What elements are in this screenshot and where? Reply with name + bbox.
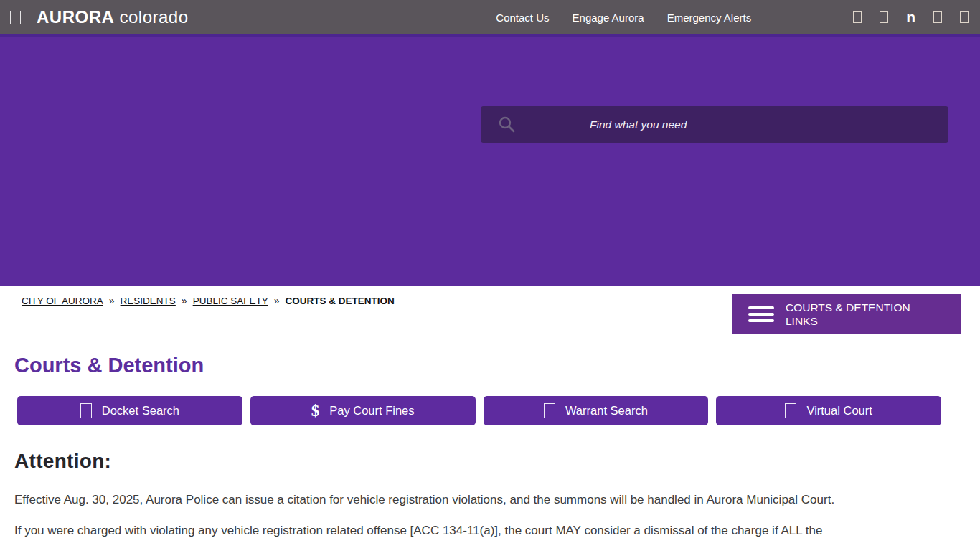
facebook-icon[interactable] <box>853 11 862 23</box>
youtube-icon[interactable] <box>960 11 969 23</box>
warrant-search-button[interactable]: Warrant Search <box>484 396 709 425</box>
links-button-label: COURTS & DETENTION LINKS <box>786 301 929 328</box>
search-input[interactable] <box>481 106 948 143</box>
breadcrumb-separator: » <box>182 295 187 306</box>
quick-action-buttons: Docket Search $ Pay Court Fines Warrant … <box>17 396 963 425</box>
nav-contact-us[interactable]: Contact Us <box>496 11 549 24</box>
nextdoor-icon[interactable]: n <box>906 11 915 23</box>
attention-heading: Attention: <box>14 450 966 473</box>
breadcrumb-current-page: COURTS & DETENTION <box>285 296 394 306</box>
search-icon <box>498 116 515 133</box>
attention-paragraph-2: If you were charged with violating any v… <box>14 524 966 537</box>
warrant-search-label: Warrant Search <box>565 404 648 418</box>
breadcrumb-residents[interactable]: RESIDENTS <box>121 296 176 306</box>
logo-colorado-text: colorado <box>120 7 189 27</box>
courts-detention-links-button[interactable]: COURTS & DETENTION LINKS <box>732 294 961 334</box>
top-navigation: Contact Us Engage Aurora Emergency Alert… <box>496 11 751 24</box>
pay-court-fines-label: Pay Court Fines <box>329 404 414 418</box>
twitter-icon[interactable] <box>880 11 888 23</box>
warrant-search-icon <box>544 403 555 418</box>
top-header-bar: AURORA colorado Contact Us Engage Aurora… <box>0 0 980 34</box>
virtual-court-icon <box>785 403 796 418</box>
hamburger-icon <box>748 303 774 326</box>
hero-banner <box>0 34 980 286</box>
attention-body: Effective Aug. 30, 2025, Aurora Police c… <box>14 493 966 537</box>
nav-engage-aurora[interactable]: Engage Aurora <box>573 11 644 24</box>
breadcrumb-city-of-aurora[interactable]: CITY OF AURORA <box>22 296 103 306</box>
main-content: CITY OF AURORA » RESIDENTS » PUBLIC SAFE… <box>0 286 980 537</box>
site-search-bar[interactable] <box>481 106 948 143</box>
docket-search-label: Docket Search <box>102 404 179 418</box>
dollar-icon: $ <box>311 403 320 418</box>
logo-aurora-text: AURORA <box>37 7 114 27</box>
virtual-court-button[interactable]: Virtual Court <box>716 396 941 425</box>
instagram-icon[interactable] <box>933 11 942 23</box>
page-title: Courts & Detention <box>14 354 966 377</box>
virtual-court-label: Virtual Court <box>806 404 872 418</box>
breadcrumb-separator: » <box>109 295 115 306</box>
social-icons: n <box>853 11 969 23</box>
docket-search-button[interactable]: Docket Search <box>17 396 242 425</box>
attention-paragraph-1: Effective Aug. 30, 2025, Aurora Police c… <box>14 493 966 507</box>
nav-emergency-alerts[interactable]: Emergency Alerts <box>667 11 752 24</box>
breadcrumb-separator: » <box>274 295 280 306</box>
site-logo[interactable]: AURORA colorado <box>37 7 189 27</box>
breadcrumb-public-safety[interactable]: PUBLIC SAFETY <box>193 296 268 306</box>
docket-search-icon <box>80 403 92 418</box>
pay-court-fines-button[interactable]: $ Pay Court Fines <box>250 396 476 425</box>
menu-icon[interactable] <box>10 11 21 24</box>
